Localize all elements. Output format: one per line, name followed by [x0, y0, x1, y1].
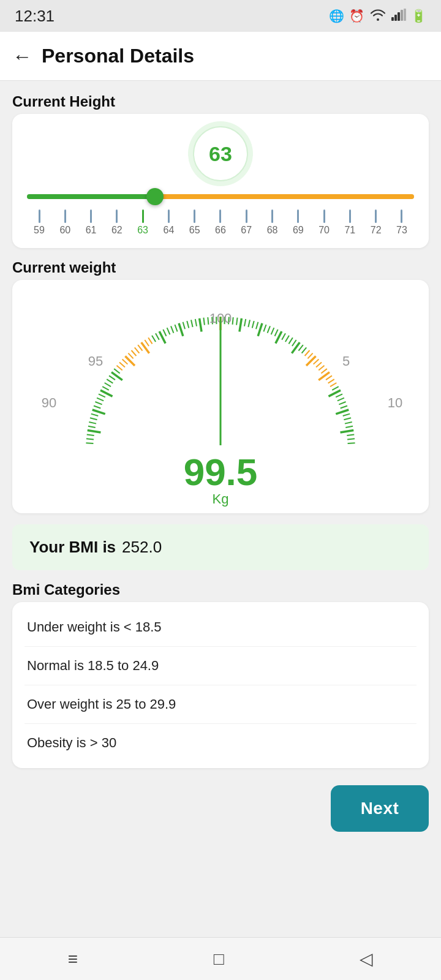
bmi-cat-normal: Normal is 18.5 to 24.9: [24, 647, 417, 685]
svg-line-81: [314, 359, 319, 364]
svg-line-34: [138, 345, 142, 350]
tick-63: 63: [130, 209, 155, 236]
tick-69: 69: [286, 209, 311, 236]
svg-line-66: [263, 325, 266, 331]
svg-line-87: [328, 379, 334, 383]
svg-line-68: [271, 328, 274, 334]
signal-icon: [391, 9, 406, 24]
svg-line-17: [95, 402, 102, 404]
svg-line-29: [123, 359, 128, 364]
bmi-cat-obesity: Obesity is > 30: [24, 724, 417, 762]
svg-line-50: [200, 318, 202, 332]
tick-67: 67: [234, 209, 258, 236]
svg-rect-0: [391, 17, 394, 21]
header: ← Personal Details: [0, 32, 441, 81]
svg-line-59: [236, 318, 238, 325]
svg-line-71: [282, 333, 285, 340]
tick-60: 60: [53, 209, 77, 236]
svg-line-103: [348, 443, 355, 443]
globe-icon: 🌐: [329, 9, 344, 23]
back-button[interactable]: ←: [12, 47, 32, 66]
svg-line-91: [336, 394, 342, 397]
svg-line-27: [116, 366, 122, 371]
svg-line-8: [86, 439, 94, 439]
nav-back-icon[interactable]: ◁: [360, 949, 373, 969]
weight-number: 99.5: [184, 451, 258, 493]
svg-line-73: [288, 337, 292, 344]
svg-line-80: [306, 356, 316, 366]
svg-rect-2: [398, 12, 400, 21]
nav-menu-icon[interactable]: ≡: [68, 949, 78, 969]
tick-68: 68: [260, 209, 285, 236]
svg-line-11: [88, 426, 96, 428]
page-title: Personal Details: [42, 45, 194, 67]
svg-line-14: [91, 414, 99, 416]
height-section: Current Height 63 59 60 61 62 63 64 65 6…: [12, 93, 429, 248]
height-label: Current Height: [12, 93, 429, 110]
tick-65: 65: [183, 209, 207, 236]
tick-59: 59: [27, 209, 51, 236]
tick-71: 71: [337, 209, 362, 236]
svg-line-60: [239, 318, 241, 332]
slider-track[interactable]: [27, 187, 414, 206]
tick-72: 72: [364, 209, 388, 236]
svg-line-39: [156, 333, 159, 340]
svg-line-98: [345, 422, 352, 424]
svg-line-95: [336, 410, 349, 414]
svg-line-78: [305, 350, 310, 356]
svg-rect-1: [394, 15, 397, 21]
svg-line-45: [179, 323, 183, 336]
tick-73: 73: [390, 209, 414, 236]
svg-line-49: [195, 319, 197, 326]
bottom-nav: ≡ □ ◁: [0, 937, 441, 980]
height-card: 63 59 60 61 62 63 64 65 66 67 68 69 70: [12, 114, 429, 248]
svg-line-52: [208, 317, 208, 325]
height-bubble-wrap: 63: [27, 126, 414, 181]
svg-line-18: [97, 398, 104, 401]
svg-line-42: [167, 328, 170, 334]
svg-line-61: [244, 319, 246, 326]
bmi-cat-overweight: Over weight is 25 to 29.9: [24, 685, 417, 724]
bmi-categories-label: Bmi Categories: [12, 581, 429, 598]
tick-62: 62: [105, 209, 129, 236]
svg-line-19: [99, 394, 105, 397]
svg-line-9: [87, 434, 94, 435]
svg-line-41: [163, 330, 166, 336]
svg-line-30: [125, 356, 135, 366]
svg-line-43: [171, 326, 173, 333]
bmi-result: Your BMI is 252.0: [12, 524, 429, 570]
svg-line-38: [152, 336, 156, 342]
svg-line-99: [345, 426, 353, 428]
svg-line-36: [145, 340, 149, 346]
svg-line-23: [107, 379, 113, 383]
slider-right-fill: [155, 194, 414, 199]
svg-line-21: [102, 386, 109, 390]
weight-gauge[interactable]: .tick-green { stroke: #3aaa35; } .tick-o…: [12, 286, 429, 445]
svg-line-13: [90, 418, 97, 420]
svg-line-74: [292, 340, 296, 346]
svg-line-92: [337, 398, 344, 401]
svg-line-83: [318, 366, 324, 371]
svg-line-28: [119, 363, 125, 368]
svg-rect-4: [404, 9, 406, 21]
svg-line-46: [183, 322, 185, 330]
svg-line-77: [302, 347, 307, 353]
wifi-icon: [369, 9, 386, 24]
weight-label: Current weight: [12, 259, 429, 276]
svg-rect-3: [401, 10, 403, 21]
svg-line-96: [343, 414, 350, 416]
weight-unit: Kg: [12, 491, 429, 507]
svg-line-72: [285, 336, 289, 342]
battery-icon: 🔋: [411, 9, 426, 23]
tick-61: 61: [79, 209, 104, 236]
nav-home-icon[interactable]: □: [214, 949, 224, 969]
bmi-value: 252.0: [122, 538, 162, 557]
next-button[interactable]: Next: [331, 785, 429, 832]
svg-line-26: [114, 369, 119, 373]
svg-line-16: [94, 405, 100, 408]
slider-thumb[interactable]: [146, 188, 164, 205]
svg-line-32: [132, 350, 137, 356]
content: Current Height 63 59 60 61 62 63 64 65 6…: [0, 81, 441, 937]
svg-line-31: [128, 353, 133, 359]
svg-text:95: 95: [88, 353, 103, 369]
